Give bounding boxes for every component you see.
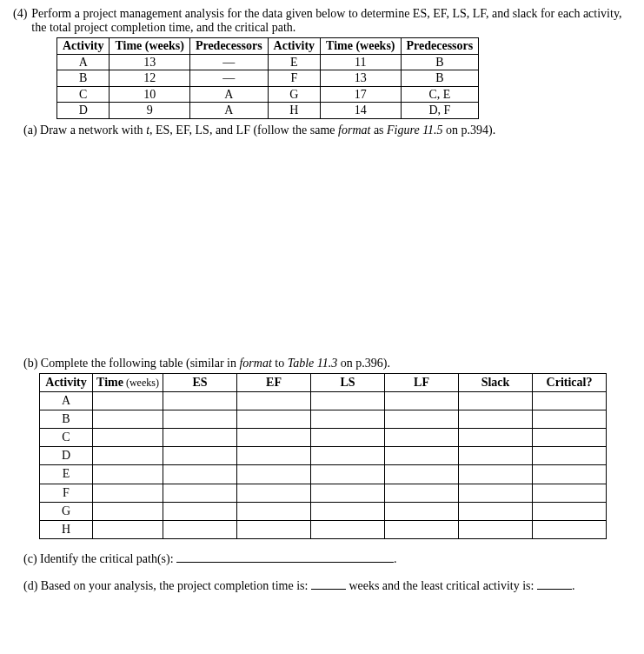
table-row: C [40, 429, 607, 447]
table-row: A 13 — E 11 B [57, 54, 479, 70]
cell: B [401, 70, 479, 87]
text-italic: format [239, 357, 271, 370]
cell: 9 [110, 103, 189, 119]
col-lf: LF [385, 373, 459, 391]
cell: 12 [110, 70, 189, 87]
cell [385, 410, 459, 428]
cell [163, 410, 237, 428]
cell [385, 465, 459, 484]
cell [385, 391, 459, 410]
col-time-left: Time (weeks) [110, 38, 189, 55]
text: as [370, 123, 387, 137]
text: to [272, 357, 288, 370]
cell [459, 429, 533, 447]
text-italic: Figure 11.5 [387, 123, 443, 137]
col-critical: Critical? [533, 373, 607, 391]
table-row: F [40, 484, 607, 502]
cell: D [57, 103, 110, 119]
cell [311, 447, 385, 465]
cell [93, 429, 163, 447]
cell: H [40, 521, 93, 539]
cell: B [57, 70, 110, 87]
cell [93, 447, 163, 465]
cell: H [268, 103, 320, 119]
question-header: (4) Perform a project management analysi… [13, 7, 631, 35]
blank-line [176, 551, 394, 563]
col-pred-left: Predecessors [189, 38, 268, 55]
cell: B [40, 410, 93, 428]
cell [311, 484, 385, 502]
col-activity-left: Activity [57, 38, 110, 55]
question-prompt: Perform a project management analysis fo… [31, 7, 631, 35]
col-pred-right: Predecessors [401, 38, 479, 55]
cell [533, 410, 607, 428]
cell [163, 391, 237, 410]
cell [311, 391, 385, 410]
cell [459, 410, 533, 428]
cell [533, 521, 607, 539]
cell [533, 502, 607, 520]
cell: 13 [321, 70, 401, 87]
cell [385, 447, 459, 465]
cell [237, 521, 311, 539]
cell: E [40, 465, 93, 484]
cell [237, 429, 311, 447]
network-drawing-area [13, 137, 631, 355]
text: . [394, 552, 397, 565]
cell [459, 521, 533, 539]
table-row: G [40, 502, 607, 520]
cell [311, 502, 385, 520]
cell: C [57, 86, 110, 103]
text: . [572, 579, 575, 592]
cell: F [40, 484, 93, 502]
cell: A [40, 391, 93, 410]
cell: — [189, 70, 268, 87]
cell [311, 521, 385, 539]
table-row: D 9 A H 14 D, F [57, 103, 479, 119]
table-row: D [40, 447, 607, 465]
cell [459, 391, 533, 410]
cell [93, 410, 163, 428]
part-a: (a) Draw a network with t, ES, EF, LS, a… [23, 123, 631, 137]
table-row: E [40, 465, 607, 484]
question-number: (4) [13, 7, 27, 21]
cell: D, F [401, 103, 479, 119]
part-b: (b) Complete the following table (simila… [23, 357, 631, 370]
cell: A [189, 86, 268, 103]
col-es: ES [163, 373, 237, 391]
cell [237, 465, 311, 484]
cell: 11 [321, 54, 401, 70]
cell [93, 521, 163, 539]
cell: D [40, 447, 93, 465]
text: , ES, EF, LS, and LF (follow the same [149, 123, 338, 137]
col-activity: Activity [40, 373, 93, 391]
cell: A [57, 54, 110, 70]
cell [311, 465, 385, 484]
cell [163, 521, 237, 539]
cell [533, 429, 607, 447]
col-ef: EF [237, 373, 311, 391]
table-row: C 10 A G 17 C, E [57, 86, 479, 103]
cell [459, 465, 533, 484]
cell [533, 447, 607, 465]
text: (c) Identify the critical path(s): [23, 552, 176, 565]
cell [163, 447, 237, 465]
cell [163, 484, 237, 502]
cell [385, 429, 459, 447]
part-c: (c) Identify the critical path(s): . [23, 551, 631, 566]
cell: 17 [321, 86, 401, 103]
part-d: (d) Based on your analysis, the project … [23, 578, 631, 593]
text: on p.394). [443, 123, 496, 137]
cell [163, 502, 237, 520]
cell [237, 391, 311, 410]
cell [385, 502, 459, 520]
cell [459, 502, 533, 520]
cell [163, 465, 237, 484]
cell [93, 391, 163, 410]
text: on p.396). [337, 357, 390, 370]
col-ls: LS [311, 373, 385, 391]
text-italic: format [338, 123, 370, 137]
cell [237, 484, 311, 502]
answer-table: Activity Time (weeks) ES EF LS LF Slack … [39, 373, 607, 540]
table-row: H [40, 521, 607, 539]
